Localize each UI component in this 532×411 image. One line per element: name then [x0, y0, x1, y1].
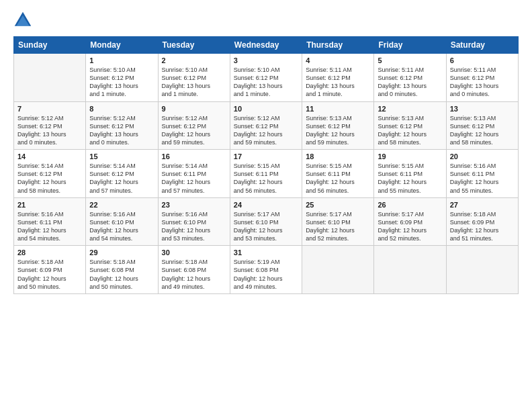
day-number: 9	[162, 105, 226, 113]
calendar-cell: 9Sunrise: 5:12 AM Sunset: 6:12 PM Daylig…	[158, 101, 230, 150]
day-info: Sunrise: 5:15 AM Sunset: 6:11 PM Dayligh…	[306, 162, 370, 195]
day-number: 1	[89, 56, 154, 64]
calendar-cell: 11Sunrise: 5:13 AM Sunset: 6:12 PM Dayli…	[302, 101, 374, 150]
day-number: 14	[17, 152, 82, 161]
day-info: Sunrise: 5:16 AM Sunset: 6:10 PM Dayligh…	[89, 210, 154, 243]
day-info: Sunrise: 5:15 AM Sunset: 6:11 PM Dayligh…	[234, 162, 298, 195]
calendar-cell: 19Sunrise: 5:15 AM Sunset: 6:11 PM Dayli…	[374, 150, 446, 198]
calendar-cell	[302, 246, 374, 294]
day-number: 28	[17, 248, 82, 257]
day-number: 13	[450, 105, 515, 113]
calendar-cell: 31Sunrise: 5:19 AM Sunset: 6:08 PM Dayli…	[230, 246, 302, 294]
day-info: Sunrise: 5:19 AM Sunset: 6:08 PM Dayligh…	[234, 258, 298, 291]
day-info: Sunrise: 5:15 AM Sunset: 6:11 PM Dayligh…	[378, 162, 442, 195]
day-info: Sunrise: 5:17 AM Sunset: 6:10 PM Dayligh…	[306, 210, 370, 243]
day-number: 15	[89, 152, 154, 161]
calendar-cell: 6Sunrise: 5:11 AM Sunset: 6:12 PM Daylig…	[446, 54, 518, 102]
calendar-cell: 8Sunrise: 5:12 AM Sunset: 6:12 PM Daylig…	[86, 101, 158, 150]
day-number: 23	[162, 201, 226, 209]
calendar-cell: 26Sunrise: 5:17 AM Sunset: 6:09 PM Dayli…	[374, 197, 446, 246]
week-row-0: 1Sunrise: 5:10 AM Sunset: 6:12 PM Daylig…	[14, 54, 519, 102]
calendar-cell: 13Sunrise: 5:13 AM Sunset: 6:12 PM Dayli…	[446, 101, 518, 150]
calendar-cell: 28Sunrise: 5:18 AM Sunset: 6:09 PM Dayli…	[14, 246, 86, 294]
day-number: 8	[89, 105, 154, 113]
day-number: 30	[162, 248, 226, 257]
day-number: 22	[89, 201, 154, 209]
calendar-cell: 21Sunrise: 5:16 AM Sunset: 6:11 PM Dayli…	[14, 197, 86, 246]
calendar-cell: 3Sunrise: 5:10 AM Sunset: 6:12 PM Daylig…	[230, 54, 302, 102]
day-info: Sunrise: 5:14 AM Sunset: 6:12 PM Dayligh…	[89, 162, 154, 195]
weekday-header-tuesday: Tuesday	[158, 37, 230, 54]
calendar-cell: 29Sunrise: 5:18 AM Sunset: 6:08 PM Dayli…	[86, 246, 158, 294]
calendar-cell: 14Sunrise: 5:14 AM Sunset: 6:12 PM Dayli…	[14, 150, 86, 198]
calendar-cell: 1Sunrise: 5:10 AM Sunset: 6:12 PM Daylig…	[86, 54, 158, 102]
day-info: Sunrise: 5:18 AM Sunset: 6:08 PM Dayligh…	[162, 258, 226, 291]
day-info: Sunrise: 5:14 AM Sunset: 6:12 PM Dayligh…	[17, 162, 82, 195]
day-number: 12	[378, 105, 442, 113]
day-info: Sunrise: 5:13 AM Sunset: 6:12 PM Dayligh…	[306, 114, 370, 147]
weekday-header-row: SundayMondayTuesdayWednesdayThursdayFrid…	[14, 37, 519, 54]
day-number: 25	[306, 201, 370, 209]
calendar-cell: 22Sunrise: 5:16 AM Sunset: 6:10 PM Dayli…	[86, 197, 158, 246]
day-info: Sunrise: 5:11 AM Sunset: 6:12 PM Dayligh…	[306, 66, 370, 99]
day-number: 5	[378, 56, 442, 64]
page: SundayMondayTuesdayWednesdayThursdayFrid…	[0, 0, 532, 411]
calendar-cell: 24Sunrise: 5:17 AM Sunset: 6:10 PM Dayli…	[230, 197, 302, 246]
day-info: Sunrise: 5:16 AM Sunset: 6:11 PM Dayligh…	[17, 210, 82, 243]
calendar-cell: 23Sunrise: 5:16 AM Sunset: 6:10 PM Dayli…	[158, 197, 230, 246]
weekday-header-sunday: Sunday	[14, 37, 86, 54]
day-number: 7	[17, 105, 82, 113]
calendar-cell: 2Sunrise: 5:10 AM Sunset: 6:12 PM Daylig…	[158, 54, 230, 102]
logo-icon	[13, 11, 32, 30]
day-info: Sunrise: 5:12 AM Sunset: 6:12 PM Dayligh…	[17, 114, 82, 147]
calendar-cell: 12Sunrise: 5:13 AM Sunset: 6:12 PM Dayli…	[374, 101, 446, 150]
day-number: 20	[450, 152, 515, 161]
calendar-cell: 4Sunrise: 5:11 AM Sunset: 6:12 PM Daylig…	[302, 54, 374, 102]
day-number: 10	[234, 105, 298, 113]
day-number: 2	[162, 56, 226, 64]
logo	[13, 11, 35, 30]
calendar-cell: 17Sunrise: 5:15 AM Sunset: 6:11 PM Dayli…	[230, 150, 302, 198]
day-info: Sunrise: 5:17 AM Sunset: 6:10 PM Dayligh…	[234, 210, 298, 243]
calendar-cell: 16Sunrise: 5:14 AM Sunset: 6:11 PM Dayli…	[158, 150, 230, 198]
day-number: 6	[450, 56, 515, 64]
day-number: 21	[17, 201, 82, 209]
calendar-cell	[14, 54, 86, 102]
header	[13, 11, 519, 30]
weekday-header-friday: Friday	[374, 37, 446, 54]
day-info: Sunrise: 5:12 AM Sunset: 6:12 PM Dayligh…	[234, 114, 298, 147]
day-info: Sunrise: 5:18 AM Sunset: 6:09 PM Dayligh…	[450, 210, 515, 243]
week-row-2: 14Sunrise: 5:14 AM Sunset: 6:12 PM Dayli…	[14, 150, 519, 198]
day-info: Sunrise: 5:10 AM Sunset: 6:12 PM Dayligh…	[234, 66, 298, 99]
calendar-cell: 5Sunrise: 5:11 AM Sunset: 6:12 PM Daylig…	[374, 54, 446, 102]
day-number: 18	[306, 152, 370, 161]
day-info: Sunrise: 5:10 AM Sunset: 6:12 PM Dayligh…	[89, 66, 154, 99]
calendar: SundayMondayTuesdayWednesdayThursdayFrid…	[13, 36, 519, 294]
day-info: Sunrise: 5:18 AM Sunset: 6:09 PM Dayligh…	[17, 258, 82, 291]
week-row-4: 28Sunrise: 5:18 AM Sunset: 6:09 PM Dayli…	[14, 246, 519, 294]
day-number: 29	[89, 248, 154, 257]
calendar-cell: 30Sunrise: 5:18 AM Sunset: 6:08 PM Dayli…	[158, 246, 230, 294]
day-info: Sunrise: 5:13 AM Sunset: 6:12 PM Dayligh…	[450, 114, 515, 147]
day-number: 11	[306, 105, 370, 113]
day-info: Sunrise: 5:18 AM Sunset: 6:08 PM Dayligh…	[89, 258, 154, 291]
calendar-cell: 10Sunrise: 5:12 AM Sunset: 6:12 PM Dayli…	[230, 101, 302, 150]
day-number: 4	[306, 56, 370, 64]
calendar-cell: 27Sunrise: 5:18 AM Sunset: 6:09 PM Dayli…	[446, 197, 518, 246]
week-row-1: 7Sunrise: 5:12 AM Sunset: 6:12 PM Daylig…	[14, 101, 519, 150]
day-number: 16	[162, 152, 226, 161]
weekday-header-saturday: Saturday	[446, 37, 518, 54]
week-row-3: 21Sunrise: 5:16 AM Sunset: 6:11 PM Dayli…	[14, 197, 519, 246]
day-number: 24	[234, 201, 298, 209]
calendar-cell: 15Sunrise: 5:14 AM Sunset: 6:12 PM Dayli…	[86, 150, 158, 198]
day-info: Sunrise: 5:13 AM Sunset: 6:12 PM Dayligh…	[378, 114, 442, 147]
day-info: Sunrise: 5:11 AM Sunset: 6:12 PM Dayligh…	[378, 66, 442, 99]
calendar-cell	[446, 246, 518, 294]
day-info: Sunrise: 5:16 AM Sunset: 6:10 PM Dayligh…	[162, 210, 226, 243]
day-number: 26	[378, 201, 442, 209]
day-info: Sunrise: 5:12 AM Sunset: 6:12 PM Dayligh…	[162, 114, 226, 147]
weekday-header-thursday: Thursday	[302, 37, 374, 54]
day-info: Sunrise: 5:11 AM Sunset: 6:12 PM Dayligh…	[450, 66, 515, 99]
weekday-header-wednesday: Wednesday	[230, 37, 302, 54]
calendar-cell	[374, 246, 446, 294]
